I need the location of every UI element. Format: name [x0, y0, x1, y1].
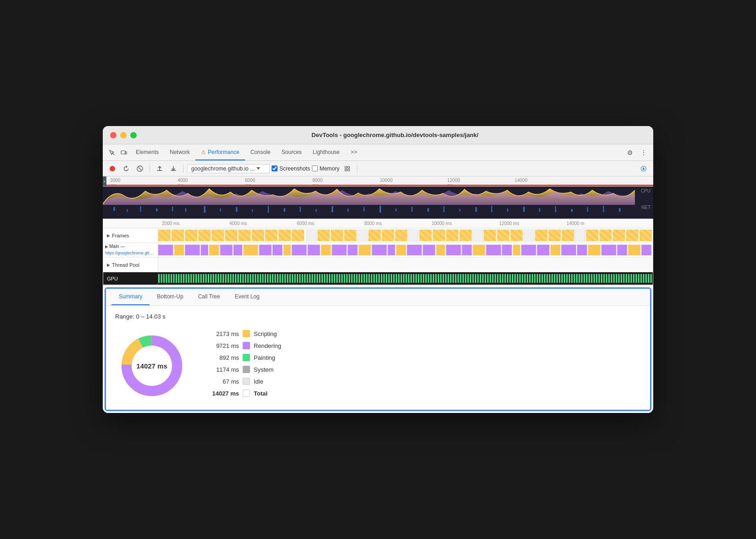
thread-pool-arrow[interactable]: ▶ — [107, 263, 110, 267]
svg-rect-236 — [435, 274, 437, 283]
gpu-content[interactable] — [158, 272, 653, 285]
svg-rect-57 — [292, 230, 304, 241]
svg-rect-113 — [513, 245, 520, 255]
record-button[interactable] — [106, 163, 118, 175]
download-button[interactable] — [167, 163, 179, 175]
net-scatter — [103, 205, 635, 218]
upload-button[interactable] — [154, 163, 166, 175]
svg-rect-188 — [317, 274, 318, 283]
svg-rect-170 — [272, 274, 273, 283]
svg-rect-247 — [462, 274, 464, 283]
timeline-red-bar — [103, 185, 653, 186]
svg-rect-138 — [193, 274, 194, 283]
tab-elements[interactable]: Elements — [130, 144, 164, 160]
svg-rect-53 — [239, 230, 251, 241]
memory-checkbox[interactable] — [312, 165, 318, 171]
svg-rect-252 — [475, 274, 476, 283]
inspector-icon[interactable] — [106, 147, 117, 158]
tab-more[interactable]: >> — [345, 144, 363, 160]
capture-settings-icon[interactable] — [638, 163, 650, 175]
close-button[interactable] — [110, 132, 117, 138]
svg-rect-204 — [356, 274, 357, 283]
svg-rect-112 — [502, 245, 512, 255]
svg-rect-19 — [252, 209, 253, 212]
svg-rect-111 — [486, 245, 501, 255]
minimize-button[interactable] — [120, 132, 127, 138]
tab-network[interactable]: Network — [164, 144, 195, 160]
tab-summary[interactable]: Summary — [111, 289, 150, 305]
frames-content[interactable] — [158, 228, 653, 242]
tab-performance[interactable]: ⚠ Performance — [195, 144, 245, 160]
svg-rect-261 — [497, 274, 498, 283]
svg-rect-257 — [487, 274, 489, 283]
svg-rect-20 — [268, 206, 269, 213]
svg-rect-96 — [292, 245, 306, 255]
settings-icon[interactable]: ⚙ — [624, 147, 636, 159]
svg-rect-59 — [317, 230, 330, 241]
clear-button[interactable] — [134, 163, 146, 175]
rendering-label: Rendering — [254, 342, 281, 349]
svg-rect-304 — [603, 274, 605, 283]
svg-rect-70 — [460, 230, 472, 241]
svg-rect-312 — [623, 274, 624, 283]
screenshots-checkbox[interactable] — [272, 165, 278, 171]
system-ms: 1174 ms — [207, 366, 239, 373]
svg-rect-32 — [459, 209, 460, 211]
svg-rect-284 — [554, 274, 555, 283]
svg-rect-209 — [368, 274, 370, 283]
svg-rect-133 — [181, 274, 182, 283]
svg-rect-239 — [443, 274, 444, 283]
svg-rect-24 — [332, 206, 333, 212]
device-toolbar-icon[interactable] — [118, 147, 129, 158]
refresh-button[interactable] — [120, 163, 132, 175]
tab-sources[interactable]: Sources — [276, 144, 307, 160]
more-settings-icon[interactable] — [341, 163, 353, 175]
svg-rect-54 — [252, 230, 264, 241]
svg-rect-167 — [265, 274, 266, 283]
svg-rect-89 — [209, 245, 219, 255]
svg-rect-36 — [523, 207, 524, 212]
screenshots-checkbox-label[interactable]: Screenshots — [272, 165, 310, 172]
svg-rect-266 — [509, 274, 511, 283]
svg-rect-218 — [391, 274, 392, 283]
url-selector[interactable]: googlechrome.github.io ... — [187, 164, 270, 173]
svg-rect-126 — [163, 274, 165, 283]
thread-pool-content[interactable] — [158, 258, 653, 272]
tab-call-tree[interactable]: Call Tree — [191, 289, 228, 305]
svg-rect-69 — [446, 230, 458, 241]
svg-rect-178 — [292, 274, 293, 283]
more-menu-icon[interactable]: ⋮ — [638, 147, 650, 159]
tab-lighthouse[interactable]: Lighthouse — [307, 144, 345, 160]
maximize-button[interactable] — [130, 132, 137, 138]
tab-event-log[interactable]: Event Log — [228, 289, 267, 305]
svg-rect-144 — [208, 274, 209, 283]
svg-rect-147 — [215, 274, 217, 283]
svg-rect-231 — [423, 274, 424, 283]
main-arrow[interactable]: ▶ — [105, 244, 108, 249]
svg-rect-85 — [158, 245, 173, 255]
svg-rect-272 — [524, 274, 526, 283]
window-title: DevTools - googlechrome.github.io/devtoo… — [144, 132, 646, 138]
svg-rect-211 — [373, 274, 375, 283]
painting-label: Painting — [254, 354, 275, 361]
svg-rect-246 — [460, 274, 461, 283]
svg-rect-9 — [348, 169, 350, 171]
ruler-mark-7: 14000 — [515, 178, 528, 183]
main-content[interactable] — [158, 243, 653, 257]
svg-rect-199 — [344, 274, 345, 283]
svg-rect-228 — [416, 274, 417, 283]
svg-rect-18 — [236, 207, 237, 212]
svg-rect-240 — [445, 274, 446, 283]
frames-arrow[interactable]: ▶ — [107, 233, 110, 238]
svg-rect-116 — [550, 245, 561, 255]
svg-rect-60 — [331, 230, 343, 241]
svg-rect-185 — [309, 274, 311, 283]
svg-rect-66 — [408, 230, 418, 241]
tab-bottom-up[interactable]: Bottom-Up — [150, 289, 190, 305]
legend-row-idle: 67 ms Idle — [207, 378, 281, 385]
rendering-color — [243, 342, 250, 349]
svg-rect-93 — [259, 245, 272, 255]
tab-console[interactable]: Console — [245, 144, 276, 160]
memory-checkbox-label[interactable]: Memory — [312, 165, 339, 172]
svg-rect-125 — [161, 274, 162, 283]
